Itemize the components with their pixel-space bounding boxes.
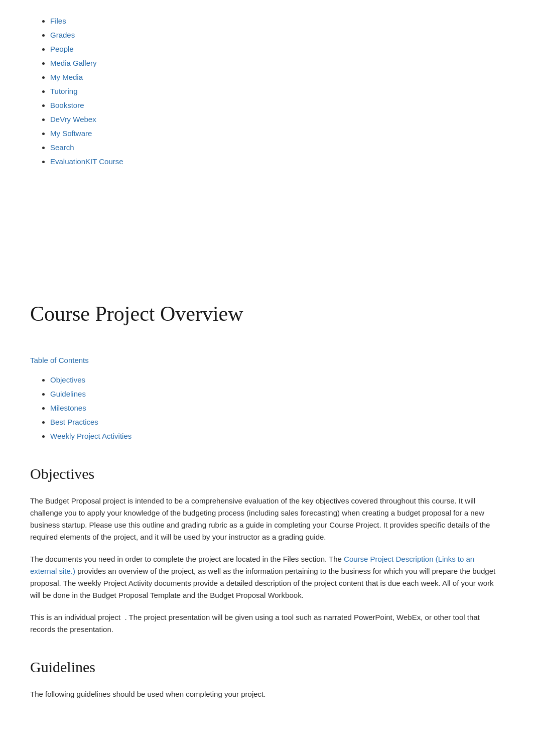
nav-item-evaluationkit: EvaluationKIT Course <box>50 156 503 168</box>
nav-item-search: Search <box>50 142 503 154</box>
toc-item-best-practices: Best Practices <box>50 416 503 428</box>
toc-link-best-practices[interactable]: Best Practices <box>50 418 98 426</box>
objectives-paragraph-1: The Budget Proposal project is intended … <box>30 495 503 543</box>
nav-item-my-media: My Media <box>50 71 503 83</box>
course-project-description-link[interactable]: Course Project Description (Links to an … <box>30 555 474 575</box>
page-title: Course Project Overview <box>30 298 503 335</box>
toc-link-objectives[interactable]: Objectives <box>50 375 85 384</box>
nav-link-my-software[interactable]: My Software <box>50 129 92 138</box>
nav-link-tutoring[interactable]: Tutoring <box>50 87 77 95</box>
toc-item-objectives: Objectives <box>50 374 503 386</box>
nav-item-tutoring: Tutoring <box>50 85 503 97</box>
nav-item-files: Files <box>50 15 503 27</box>
nav-link-my-media[interactable]: My Media <box>50 73 83 81</box>
nav-link-files[interactable]: Files <box>50 17 66 25</box>
guidelines-section: Guidelines The following guidelines shou… <box>30 656 503 700</box>
nav-item-people: People <box>50 43 503 55</box>
nav-list: Files Grades People Media Gallery My Med… <box>30 15 503 168</box>
nav-link-devry-webex[interactable]: DeVry Webex <box>50 115 96 123</box>
nav-item-bookstore: Bookstore <box>50 99 503 111</box>
objectives-paragraph-3: This is an individual project . The proj… <box>30 611 503 636</box>
nav-item-devry-webex: DeVry Webex <box>50 113 503 125</box>
nav-link-grades[interactable]: Grades <box>50 31 75 39</box>
nav-item-media-gallery: Media Gallery <box>50 57 503 69</box>
guidelines-paragraph-1: The following guidelines should be used … <box>30 688 503 700</box>
toc-item-milestones: Milestones <box>50 402 503 414</box>
nav-item-my-software: My Software <box>50 128 503 140</box>
toc-link-guidelines[interactable]: Guidelines <box>50 390 86 398</box>
toc-item-guidelines: Guidelines <box>50 388 503 400</box>
toc-item-weekly: Weekly Project Activities <box>50 430 503 442</box>
guidelines-title: Guidelines <box>30 656 503 678</box>
objectives-section: Objectives The Budget Proposal project i… <box>30 462 503 636</box>
nav-link-media-gallery[interactable]: Media Gallery <box>50 59 97 67</box>
toc-heading: Table of Contents <box>30 355 503 366</box>
toc-section: Table of Contents Objectives Guidelines … <box>30 355 503 442</box>
nav-menu: Files Grades People Media Gallery My Med… <box>30 15 503 168</box>
nav-link-bookstore[interactable]: Bookstore <box>50 101 84 109</box>
spacer <box>30 188 503 288</box>
main-content: Course Project Overview Table of Content… <box>30 288 503 700</box>
nav-link-people[interactable]: People <box>50 45 74 53</box>
nav-link-search[interactable]: Search <box>50 143 74 152</box>
nav-item-grades: Grades <box>50 29 503 41</box>
page-wrapper: Files Grades People Media Gallery My Med… <box>0 0 533 735</box>
nav-link-evaluationkit[interactable]: EvaluationKIT Course <box>50 157 123 166</box>
objectives-title: Objectives <box>30 462 503 485</box>
toc-list: Objectives Guidelines Milestones Best Pr… <box>30 374 503 442</box>
objectives-paragraph-2: The documents you need in order to compl… <box>30 553 503 601</box>
toc-link-weekly[interactable]: Weekly Project Activities <box>50 432 131 440</box>
toc-link-milestones[interactable]: Milestones <box>50 404 86 412</box>
